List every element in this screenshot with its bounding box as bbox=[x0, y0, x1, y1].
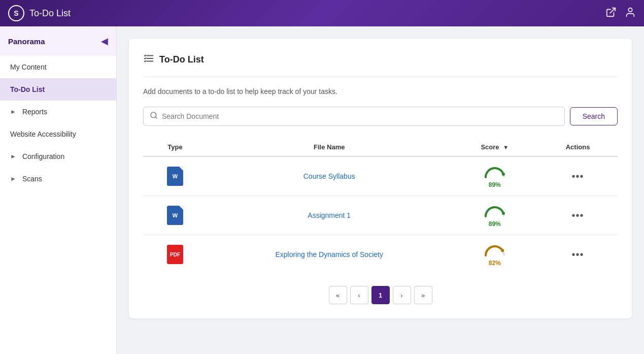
sidebar-item-label: Scans bbox=[22, 175, 42, 183]
col-type: Type bbox=[143, 138, 207, 156]
sidebar-item-website-accessibility[interactable]: Website Accessibility bbox=[0, 123, 116, 145]
svg-text:S: S bbox=[14, 9, 18, 17]
file-name-cell[interactable]: Assignment 1 bbox=[207, 196, 451, 235]
pdf-file-icon: PDF bbox=[167, 245, 183, 264]
header-title: To-Do List bbox=[29, 8, 71, 19]
card-title-row: To-Do List bbox=[143, 53, 618, 77]
score-value: 89% bbox=[489, 220, 501, 228]
pagination-first[interactable]: « bbox=[329, 286, 347, 304]
search-icon bbox=[150, 111, 158, 121]
sidebar-panorama-label: Panorama bbox=[8, 37, 45, 46]
score-cell: 89% bbox=[451, 156, 538, 196]
score-cell: 82% bbox=[451, 235, 538, 274]
user-icon[interactable] bbox=[625, 7, 636, 20]
sidebar-item-label: Reports bbox=[22, 108, 47, 116]
pagination-last[interactable]: » bbox=[414, 286, 432, 304]
header-left: S To-Do List bbox=[8, 5, 71, 21]
gauge-container: 89% bbox=[459, 203, 530, 228]
actions-menu-button[interactable]: ••• bbox=[572, 249, 584, 260]
pagination-current[interactable]: 1 bbox=[371, 286, 390, 304]
col-actions: Actions bbox=[538, 138, 618, 156]
todo-card: To-Do List Add documents to a to-do list… bbox=[129, 39, 632, 318]
sidebar-panorama: Panorama ◀ bbox=[0, 26, 116, 56]
sidebar-item-label: Website Accessibility bbox=[10, 130, 76, 138]
actions-cell[interactable]: ••• bbox=[538, 196, 618, 235]
svg-point-3 bbox=[628, 8, 632, 11]
file-name-cell[interactable]: Course Syllabus bbox=[207, 156, 451, 196]
app-header: S To-Do List bbox=[0, 0, 644, 26]
file-name-cell[interactable]: Exploring the Dynamics of Society bbox=[207, 235, 451, 274]
actions-cell[interactable]: ••• bbox=[538, 156, 618, 196]
score-value: 82% bbox=[489, 260, 501, 267]
gauge-container: 82% bbox=[459, 242, 530, 267]
search-box bbox=[143, 107, 565, 126]
checklist-icon bbox=[143, 53, 154, 67]
svg-point-9 bbox=[502, 173, 505, 176]
sidebar-item-label: To-Do List bbox=[10, 85, 45, 93]
gauge-container: 89% bbox=[459, 164, 530, 188]
page-description: Add documents to a to-do list to help ke… bbox=[143, 87, 618, 95]
header-right bbox=[605, 7, 636, 20]
sidebar-item-reports[interactable]: ► Reports bbox=[0, 101, 116, 123]
actions-cell[interactable]: ••• bbox=[538, 235, 618, 274]
app-logo: S bbox=[8, 5, 24, 21]
col-filename: File Name bbox=[207, 138, 451, 156]
sidebar-item-label: Configuration bbox=[22, 152, 64, 160]
word-file-icon: W bbox=[167, 167, 183, 186]
pagination-prev[interactable]: ‹ bbox=[350, 286, 368, 304]
table-row: W Assignment 1 89% ••• bbox=[143, 196, 618, 235]
pagination-next[interactable]: › bbox=[393, 286, 411, 304]
col-score-label: Score bbox=[481, 143, 499, 151]
search-input[interactable] bbox=[162, 112, 558, 120]
svg-line-2 bbox=[610, 8, 615, 13]
table-row: PDF Exploring the Dynamics of Society 82… bbox=[143, 235, 618, 274]
sidebar-item-scans[interactable]: ► Scans bbox=[0, 168, 116, 190]
sidebar: Panorama ◀ My Content To-Do List ► Repor… bbox=[0, 26, 117, 354]
sidebar-item-my-content[interactable]: My Content bbox=[0, 56, 116, 78]
search-button[interactable]: Search bbox=[570, 107, 618, 125]
file-type-cell: PDF bbox=[143, 235, 207, 274]
word-file-icon: W bbox=[167, 206, 183, 225]
svg-line-8 bbox=[155, 117, 157, 118]
sidebar-back-icon[interactable]: ◀ bbox=[101, 36, 108, 47]
chevron-right-icon: ► bbox=[10, 175, 16, 182]
external-link-icon[interactable] bbox=[605, 7, 617, 20]
main-content: To-Do List Add documents to a to-do list… bbox=[117, 26, 644, 354]
pagination: « ‹ 1 › » bbox=[143, 286, 618, 304]
svg-point-10 bbox=[502, 212, 505, 215]
sidebar-item-to-do-list[interactable]: To-Do List bbox=[0, 78, 116, 101]
svg-point-11 bbox=[501, 249, 504, 252]
documents-table: Type File Name Score ▼ Actions W Course … bbox=[143, 138, 618, 274]
card-title: To-Do List bbox=[159, 54, 204, 65]
chevron-right-icon: ► bbox=[10, 153, 16, 160]
table-row: W Course Syllabus 89% ••• bbox=[143, 156, 618, 196]
score-cell: 89% bbox=[451, 196, 538, 235]
file-type-cell: W bbox=[143, 156, 207, 196]
sidebar-item-configuration[interactable]: ► Configuration bbox=[0, 145, 116, 168]
file-type-cell: W bbox=[143, 196, 207, 235]
chevron-right-icon: ► bbox=[10, 108, 16, 115]
sort-icon: ▼ bbox=[503, 144, 509, 150]
actions-menu-button[interactable]: ••• bbox=[572, 210, 584, 221]
col-score[interactable]: Score ▼ bbox=[451, 138, 538, 156]
app-layout: Panorama ◀ My Content To-Do List ► Repor… bbox=[0, 26, 644, 354]
actions-menu-button[interactable]: ••• bbox=[572, 171, 584, 182]
score-value: 89% bbox=[489, 181, 501, 188]
sidebar-item-label: My Content bbox=[10, 63, 47, 71]
search-row: Search bbox=[143, 107, 618, 126]
